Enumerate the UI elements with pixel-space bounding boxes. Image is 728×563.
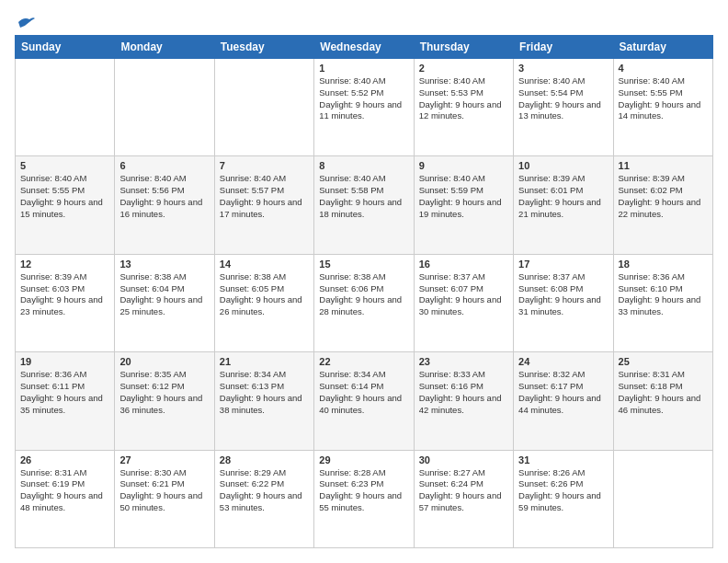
cell-info: Sunrise: 8:40 AM Sunset: 5:53 PM Dayligh… [419, 75, 508, 122]
calendar-cell [115, 59, 214, 156]
cell-info: Sunrise: 8:27 AM Sunset: 6:24 PM Dayligh… [419, 467, 508, 514]
calendar-cell: 18Sunrise: 8:36 AM Sunset: 6:10 PM Dayli… [613, 254, 712, 351]
calendar-cell: 25Sunrise: 8:31 AM Sunset: 6:18 PM Dayli… [613, 352, 712, 450]
cell-info: Sunrise: 8:36 AM Sunset: 6:10 PM Dayligh… [619, 271, 708, 318]
calendar-table: SundayMondayTuesdayWednesdayThursdayFrid… [15, 35, 713, 548]
calendar-cell: 24Sunrise: 8:32 AM Sunset: 6:17 PM Dayli… [514, 352, 613, 450]
weekday-header-sunday: Sunday [16, 36, 115, 59]
page: SundayMondayTuesdayWednesdayThursdayFrid… [0, 0, 728, 563]
cell-info: Sunrise: 8:34 AM Sunset: 6:13 PM Dayligh… [220, 369, 309, 416]
day-number: 31 [518, 454, 608, 465]
calendar-cell: 14Sunrise: 8:38 AM Sunset: 6:05 PM Dayli… [214, 254, 313, 351]
day-number: 17 [518, 259, 608, 270]
day-number: 5 [20, 160, 109, 171]
cell-info: Sunrise: 8:30 AM Sunset: 6:21 PM Dayligh… [119, 467, 209, 514]
week-row-5: 26Sunrise: 8:31 AM Sunset: 6:19 PM Dayli… [16, 450, 713, 547]
calendar-cell: 21Sunrise: 8:34 AM Sunset: 6:13 PM Dayli… [214, 352, 313, 450]
week-row-4: 19Sunrise: 8:36 AM Sunset: 6:11 PM Dayli… [16, 352, 713, 450]
calendar-cell [214, 59, 313, 156]
calendar-cell: 27Sunrise: 8:30 AM Sunset: 6:21 PM Dayli… [115, 450, 214, 547]
calendar-cell [613, 450, 712, 547]
calendar-cell: 17Sunrise: 8:37 AM Sunset: 6:08 PM Dayli… [514, 254, 613, 351]
cell-info: Sunrise: 8:40 AM Sunset: 5:55 PM Dayligh… [20, 173, 109, 220]
cell-info: Sunrise: 8:37 AM Sunset: 6:07 PM Dayligh… [419, 271, 508, 318]
logo [15, 15, 35, 26]
calendar-cell: 8Sunrise: 8:40 AM Sunset: 5:58 PM Daylig… [314, 156, 414, 254]
header [15, 15, 713, 26]
calendar-cell: 19Sunrise: 8:36 AM Sunset: 6:11 PM Dayli… [16, 352, 115, 450]
calendar-cell: 10Sunrise: 8:39 AM Sunset: 6:01 PM Dayli… [514, 156, 613, 254]
cell-info: Sunrise: 8:33 AM Sunset: 6:16 PM Dayligh… [419, 369, 508, 416]
cell-info: Sunrise: 8:26 AM Sunset: 6:26 PM Dayligh… [518, 467, 608, 514]
cell-info: Sunrise: 8:39 AM Sunset: 6:03 PM Dayligh… [20, 271, 109, 318]
cell-info: Sunrise: 8:38 AM Sunset: 6:04 PM Dayligh… [119, 271, 209, 318]
calendar-cell: 12Sunrise: 8:39 AM Sunset: 6:03 PM Dayli… [16, 254, 115, 351]
day-number: 20 [119, 356, 209, 367]
calendar-cell: 13Sunrise: 8:38 AM Sunset: 6:04 PM Dayli… [115, 254, 214, 351]
cell-info: Sunrise: 8:31 AM Sunset: 6:18 PM Dayligh… [619, 369, 708, 416]
calendar-cell: 5Sunrise: 8:40 AM Sunset: 5:55 PM Daylig… [16, 156, 115, 254]
weekday-header-tuesday: Tuesday [214, 36, 313, 59]
cell-info: Sunrise: 8:36 AM Sunset: 6:11 PM Dayligh… [20, 369, 109, 416]
day-number: 12 [20, 259, 109, 270]
day-number: 21 [220, 356, 309, 367]
calendar-cell: 23Sunrise: 8:33 AM Sunset: 6:16 PM Dayli… [414, 352, 513, 450]
day-number: 10 [518, 160, 608, 171]
calendar-cell: 2Sunrise: 8:40 AM Sunset: 5:53 PM Daylig… [414, 59, 513, 156]
weekday-header-friday: Friday [514, 36, 613, 59]
day-number: 23 [419, 356, 508, 367]
calendar-cell: 16Sunrise: 8:37 AM Sunset: 6:07 PM Dayli… [414, 254, 513, 351]
weekday-header-thursday: Thursday [414, 36, 513, 59]
weekday-header-saturday: Saturday [613, 36, 712, 59]
cell-info: Sunrise: 8:29 AM Sunset: 6:22 PM Dayligh… [220, 467, 309, 514]
week-row-3: 12Sunrise: 8:39 AM Sunset: 6:03 PM Dayli… [16, 254, 713, 351]
cell-info: Sunrise: 8:35 AM Sunset: 6:12 PM Dayligh… [119, 369, 209, 416]
cell-info: Sunrise: 8:40 AM Sunset: 5:52 PM Dayligh… [319, 75, 408, 122]
weekday-header-monday: Monday [115, 36, 214, 59]
calendar-cell: 11Sunrise: 8:39 AM Sunset: 6:02 PM Dayli… [613, 156, 712, 254]
cell-info: Sunrise: 8:39 AM Sunset: 6:02 PM Dayligh… [619, 173, 708, 220]
logo-bird-icon [17, 15, 35, 29]
cell-info: Sunrise: 8:38 AM Sunset: 6:06 PM Dayligh… [319, 271, 408, 318]
day-number: 22 [319, 356, 408, 367]
calendar-cell: 28Sunrise: 8:29 AM Sunset: 6:22 PM Dayli… [214, 450, 313, 547]
day-number: 26 [20, 454, 109, 465]
day-number: 29 [319, 454, 408, 465]
cell-info: Sunrise: 8:39 AM Sunset: 6:01 PM Dayligh… [518, 173, 608, 220]
cell-info: Sunrise: 8:40 AM Sunset: 5:58 PM Dayligh… [319, 173, 408, 220]
day-number: 14 [220, 259, 309, 270]
cell-info: Sunrise: 8:32 AM Sunset: 6:17 PM Dayligh… [518, 369, 608, 416]
day-number: 3 [518, 63, 608, 74]
calendar-cell: 20Sunrise: 8:35 AM Sunset: 6:12 PM Dayli… [115, 352, 214, 450]
cell-info: Sunrise: 8:37 AM Sunset: 6:08 PM Dayligh… [518, 271, 608, 318]
day-number: 8 [319, 160, 408, 171]
day-number: 2 [419, 63, 508, 74]
calendar-cell: 4Sunrise: 8:40 AM Sunset: 5:55 PM Daylig… [613, 59, 712, 156]
day-number: 24 [518, 356, 608, 367]
calendar-cell: 31Sunrise: 8:26 AM Sunset: 6:26 PM Dayli… [514, 450, 613, 547]
day-number: 18 [619, 259, 708, 270]
cell-info: Sunrise: 8:40 AM Sunset: 5:55 PM Dayligh… [619, 75, 708, 122]
calendar-cell: 30Sunrise: 8:27 AM Sunset: 6:24 PM Dayli… [414, 450, 513, 547]
calendar-cell: 7Sunrise: 8:40 AM Sunset: 5:57 PM Daylig… [214, 156, 313, 254]
calendar-cell: 1Sunrise: 8:40 AM Sunset: 5:52 PM Daylig… [314, 59, 414, 156]
calendar-cell [16, 59, 115, 156]
cell-info: Sunrise: 8:40 AM Sunset: 5:54 PM Dayligh… [518, 75, 608, 122]
week-row-1: 1Sunrise: 8:40 AM Sunset: 5:52 PM Daylig… [16, 59, 713, 156]
calendar-cell: 6Sunrise: 8:40 AM Sunset: 5:56 PM Daylig… [115, 156, 214, 254]
cell-info: Sunrise: 8:28 AM Sunset: 6:23 PM Dayligh… [319, 467, 408, 514]
day-number: 4 [619, 63, 708, 74]
day-number: 25 [619, 356, 708, 367]
cell-info: Sunrise: 8:38 AM Sunset: 6:05 PM Dayligh… [220, 271, 309, 318]
logo-text [15, 15, 35, 29]
calendar-cell: 22Sunrise: 8:34 AM Sunset: 6:14 PM Dayli… [314, 352, 414, 450]
day-number: 13 [119, 259, 209, 270]
calendar-cell: 29Sunrise: 8:28 AM Sunset: 6:23 PM Dayli… [314, 450, 414, 547]
cell-info: Sunrise: 8:31 AM Sunset: 6:19 PM Dayligh… [20, 467, 109, 514]
day-number: 30 [419, 454, 508, 465]
day-number: 9 [419, 160, 508, 171]
cell-info: Sunrise: 8:40 AM Sunset: 5:57 PM Dayligh… [220, 173, 309, 220]
day-number: 7 [220, 160, 309, 171]
cell-info: Sunrise: 8:40 AM Sunset: 5:56 PM Dayligh… [119, 173, 209, 220]
day-number: 6 [119, 160, 209, 171]
